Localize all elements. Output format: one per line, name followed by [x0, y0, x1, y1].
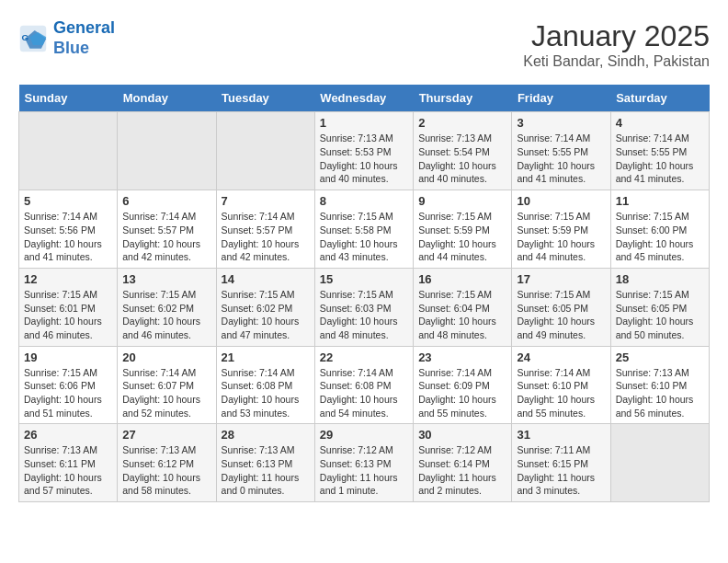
table-row: 6Sunrise: 7:14 AMSunset: 5:57 PMDaylight…	[118, 190, 216, 269]
table-row: 15Sunrise: 7:15 AMSunset: 6:03 PMDayligh…	[314, 268, 413, 346]
day-info: Sunrise: 7:14 AMSunset: 5:55 PMDaylight:…	[517, 132, 605, 186]
calendar-table: Sunday Monday Tuesday Wednesday Thursday…	[18, 85, 710, 502]
day-info: Sunrise: 7:15 AMSunset: 6:01 PMDaylight:…	[24, 288, 112, 342]
day-info: Sunrise: 7:13 AMSunset: 5:54 PMDaylight:…	[418, 132, 506, 186]
table-row: 31Sunrise: 7:11 AMSunset: 6:15 PMDayligh…	[512, 424, 610, 502]
table-row	[19, 112, 118, 190]
table-row: 5Sunrise: 7:14 AMSunset: 5:56 PMDaylight…	[19, 190, 118, 269]
day-number: 4	[616, 116, 704, 130]
calendar-week-row: 12Sunrise: 7:15 AMSunset: 6:01 PMDayligh…	[19, 268, 710, 346]
table-row: 27Sunrise: 7:13 AMSunset: 6:12 PMDayligh…	[118, 424, 216, 502]
table-row: 21Sunrise: 7:14 AMSunset: 6:08 PMDayligh…	[216, 346, 314, 424]
day-number: 18	[616, 272, 704, 286]
logo-line2: Blue	[53, 39, 89, 57]
day-info: Sunrise: 7:15 AMSunset: 6:00 PMDaylight:…	[616, 210, 704, 264]
day-number: 19	[24, 350, 112, 364]
day-info: Sunrise: 7:14 AMSunset: 5:57 PMDaylight:…	[222, 210, 310, 264]
day-number: 17	[517, 272, 605, 286]
day-info: Sunrise: 7:15 AMSunset: 6:03 PMDaylight:…	[320, 288, 408, 342]
day-number: 21	[222, 350, 310, 364]
day-info: Sunrise: 7:13 AMSunset: 6:12 PMDaylight:…	[122, 443, 210, 498]
table-row: 26Sunrise: 7:13 AMSunset: 6:11 PMDayligh…	[19, 424, 118, 502]
day-number: 3	[517, 116, 605, 130]
header-wednesday: Wednesday	[314, 85, 413, 112]
day-info: Sunrise: 7:13 AMSunset: 6:11 PMDaylight:…	[24, 443, 112, 498]
table-row: 25Sunrise: 7:13 AMSunset: 6:10 PMDayligh…	[610, 346, 709, 424]
day-info: Sunrise: 7:14 AMSunset: 6:08 PMDaylight:…	[320, 366, 408, 420]
header-friday: Friday	[512, 85, 610, 112]
day-info: Sunrise: 7:14 AMSunset: 5:57 PMDaylight:…	[122, 210, 210, 264]
table-row: 2Sunrise: 7:13 AMSunset: 5:54 PMDaylight…	[414, 112, 512, 190]
table-row: 24Sunrise: 7:14 AMSunset: 6:10 PMDayligh…	[512, 346, 610, 424]
calendar-week-row: 19Sunrise: 7:15 AMSunset: 6:06 PMDayligh…	[19, 346, 710, 424]
day-info: Sunrise: 7:14 AMSunset: 6:09 PMDaylight:…	[418, 366, 506, 420]
day-info: Sunrise: 7:15 AMSunset: 5:59 PMDaylight:…	[517, 210, 605, 264]
table-row	[216, 112, 314, 190]
table-row: 8Sunrise: 7:15 AMSunset: 5:58 PMDaylight…	[314, 190, 413, 269]
day-number: 13	[122, 272, 210, 286]
day-info: Sunrise: 7:15 AMSunset: 6:05 PMDaylight:…	[517, 288, 605, 342]
header-tuesday: Tuesday	[216, 85, 314, 112]
table-row: 23Sunrise: 7:14 AMSunset: 6:09 PMDayligh…	[414, 346, 512, 424]
table-row: 20Sunrise: 7:14 AMSunset: 6:07 PMDayligh…	[118, 346, 216, 424]
table-row: 4Sunrise: 7:14 AMSunset: 5:55 PMDaylight…	[610, 112, 709, 190]
logo-text: General Blue	[53, 18, 115, 58]
calendar-week-row: 1Sunrise: 7:13 AMSunset: 5:53 PMDaylight…	[19, 112, 710, 190]
day-number: 26	[24, 428, 112, 442]
day-info: Sunrise: 7:15 AMSunset: 6:02 PMDaylight:…	[222, 288, 310, 342]
day-number: 20	[122, 350, 210, 364]
day-number: 8	[320, 194, 408, 208]
header-thursday: Thursday	[414, 85, 512, 112]
calendar-title: January 2025	[523, 18, 710, 53]
table-row: 7Sunrise: 7:14 AMSunset: 5:57 PMDaylight…	[216, 190, 314, 269]
table-row	[610, 424, 709, 502]
logo: G General Blue	[18, 18, 115, 58]
logo-line1: General	[53, 18, 115, 37]
table-row: 28Sunrise: 7:13 AMSunset: 6:13 PMDayligh…	[216, 424, 314, 502]
day-info: Sunrise: 7:13 AMSunset: 6:10 PMDaylight:…	[616, 366, 704, 420]
table-row: 12Sunrise: 7:15 AMSunset: 6:01 PMDayligh…	[19, 268, 118, 346]
day-number: 14	[222, 272, 310, 286]
day-number: 1	[320, 116, 408, 130]
day-info: Sunrise: 7:13 AMSunset: 5:53 PMDaylight:…	[320, 132, 408, 186]
calendar-week-row: 26Sunrise: 7:13 AMSunset: 6:11 PMDayligh…	[19, 424, 710, 502]
day-info: Sunrise: 7:15 AMSunset: 5:59 PMDaylight:…	[418, 210, 506, 264]
day-info: Sunrise: 7:14 AMSunset: 6:08 PMDaylight:…	[222, 366, 310, 420]
day-info: Sunrise: 7:14 AMSunset: 6:10 PMDaylight:…	[517, 366, 605, 420]
header-monday: Monday	[118, 85, 216, 112]
table-row: 16Sunrise: 7:15 AMSunset: 6:04 PMDayligh…	[414, 268, 512, 346]
day-number: 16	[418, 272, 506, 286]
page-header: G General Blue January 2025 Keti Bandar,…	[18, 18, 710, 70]
day-info: Sunrise: 7:15 AMSunset: 6:05 PMDaylight:…	[616, 288, 704, 342]
logo-icon: G	[18, 24, 48, 53]
day-number: 28	[222, 428, 310, 442]
day-number: 31	[517, 428, 605, 442]
table-row: 18Sunrise: 7:15 AMSunset: 6:05 PMDayligh…	[610, 268, 709, 346]
day-number: 12	[24, 272, 112, 286]
table-row	[118, 112, 216, 190]
table-row: 22Sunrise: 7:14 AMSunset: 6:08 PMDayligh…	[314, 346, 413, 424]
day-number: 22	[320, 350, 408, 364]
day-info: Sunrise: 7:15 AMSunset: 6:04 PMDaylight:…	[418, 288, 506, 342]
day-info: Sunrise: 7:12 AMSunset: 6:13 PMDaylight:…	[320, 443, 408, 498]
day-number: 30	[418, 428, 506, 442]
header-sunday: Sunday	[19, 85, 118, 112]
calendar-week-row: 5Sunrise: 7:14 AMSunset: 5:56 PMDaylight…	[19, 190, 710, 269]
day-number: 2	[418, 116, 506, 130]
table-row: 14Sunrise: 7:15 AMSunset: 6:02 PMDayligh…	[216, 268, 314, 346]
day-info: Sunrise: 7:14 AMSunset: 5:55 PMDaylight:…	[616, 132, 704, 186]
table-row: 19Sunrise: 7:15 AMSunset: 6:06 PMDayligh…	[19, 346, 118, 424]
day-number: 24	[517, 350, 605, 364]
day-number: 29	[320, 428, 408, 442]
table-row: 11Sunrise: 7:15 AMSunset: 6:00 PMDayligh…	[610, 190, 709, 269]
day-number: 23	[418, 350, 506, 364]
day-number: 7	[222, 194, 310, 208]
day-info: Sunrise: 7:13 AMSunset: 6:13 PMDaylight:…	[222, 443, 310, 498]
table-row: 10Sunrise: 7:15 AMSunset: 5:59 PMDayligh…	[512, 190, 610, 269]
day-number: 25	[616, 350, 704, 364]
calendar-subtitle: Keti Bandar, Sindh, Pakistan	[523, 53, 710, 70]
table-row: 1Sunrise: 7:13 AMSunset: 5:53 PMDaylight…	[314, 112, 413, 190]
day-number: 5	[24, 194, 112, 208]
day-info: Sunrise: 7:11 AMSunset: 6:15 PMDaylight:…	[517, 443, 605, 498]
day-info: Sunrise: 7:15 AMSunset: 6:06 PMDaylight:…	[24, 366, 112, 420]
